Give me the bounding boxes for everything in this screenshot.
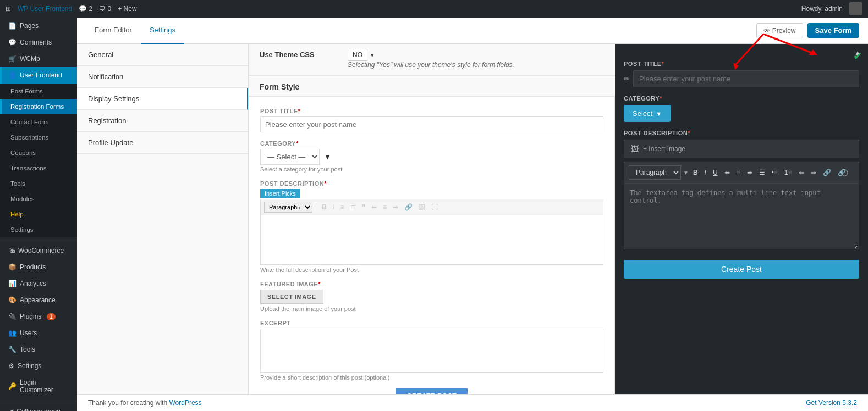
rp-align-right-btn[interactable]: ➡ [745, 168, 755, 177]
rp-description-toolbar: Paragraph ▼ B I U ⬅ ≡ ➡ ☰ •≡ 1≡ ⇐ ⇒ 🔗 🔗⃝ [624, 162, 859, 184]
post-title-input[interactable] [260, 116, 603, 132]
ol-btn-preview[interactable]: ≣ [348, 202, 358, 212]
sidebar-item-help[interactable]: Help [0, 207, 77, 222]
rp-italic-btn[interactable]: I [702, 168, 708, 177]
category-label: CATEGORY* [260, 140, 603, 147]
rp-post-title-input[interactable] [633, 70, 859, 87]
bold-btn-preview[interactable]: B [320, 202, 329, 212]
paragraph-select-preview[interactable]: Paragraph5 [264, 202, 312, 213]
no-select[interactable]: NO [348, 49, 367, 61]
insert-picks-label: Insert Picks [260, 189, 300, 198]
sidebar-item-analytics[interactable]: 📊 Analytics [0, 275, 77, 292]
rp-paragraph-select[interactable]: Paragraph [629, 165, 681, 180]
tab-form-editor[interactable]: Form Editor [86, 18, 141, 44]
rp-bold-btn[interactable]: B [691, 168, 700, 177]
wcmp-icon: 🛒 [8, 55, 17, 63]
category-chevron-icon: ▼ [324, 153, 331, 161]
sidebar-item-wcmp[interactable]: 🛒 WCMp [0, 51, 77, 67]
settings-menu-general[interactable]: General [77, 44, 248, 66]
use-theme-css-hint: Selecting "Yes" will use your theme's st… [348, 61, 514, 69]
form-style-label: Form Style [249, 76, 615, 96]
appearance-icon: 🎨 [8, 296, 17, 304]
settings-menu-registration[interactable]: Registration [77, 110, 248, 132]
sidebar-item-collapse[interactable]: ◀ Collapse menu [0, 403, 77, 411]
sidebar-item-contact-form[interactable]: Contact Form [0, 114, 77, 130]
fullscreen-btn-preview[interactable]: ⛶ [429, 202, 440, 212]
sidebar-item-products[interactable]: 📦 Products [0, 259, 77, 275]
settings-menu-display-settings[interactable]: Display Settings [77, 88, 248, 110]
sidebar-item-registration-forms[interactable]: Registration Forms [0, 99, 77, 114]
comments-icon[interactable]: 💬 2 [79, 5, 92, 13]
wordpress-link[interactable]: WordPress [169, 399, 201, 407]
rp-ol-btn[interactable]: 1≡ [782, 168, 794, 177]
rp-link-btn[interactable]: 🔗 [821, 168, 833, 177]
sidebar-item-post-forms[interactable]: Post Forms [0, 84, 77, 99]
blockquote-btn-preview[interactable]: ❞ [360, 202, 367, 212]
sidebar-item-users[interactable]: 👥 Users [0, 325, 77, 341]
sidebar-label-wcmp: WCMp [20, 55, 40, 63]
rp-indent-btn[interactable]: ⇒ [809, 168, 818, 177]
rp-chevron-down-icon: ▼ [683, 170, 689, 176]
rp-insert-image-label: + Insert Image [643, 145, 685, 153]
italic-btn-preview[interactable]: I [331, 202, 337, 212]
settings-menu-profile-update[interactable]: Profile Update [77, 132, 248, 154]
rp-align-justify-btn[interactable]: ☰ [757, 168, 767, 177]
align-center-btn-preview[interactable]: ≡ [381, 202, 389, 212]
users-icon: 👥 [8, 329, 17, 337]
rp-edit-icon[interactable]: ✏ [624, 75, 630, 83]
settings-icon: ⚙ [8, 362, 14, 370]
sidebar-label-comments: Comments [20, 38, 52, 46]
rp-align-center-btn[interactable]: ≡ [734, 168, 743, 177]
sidebar-item-subscriptions[interactable]: Subscriptions [0, 130, 77, 145]
rp-outdent-btn[interactable]: ⇐ [796, 168, 806, 177]
sidebar-label-appearance: Appearance [20, 296, 56, 304]
sidebar-item-appearance[interactable]: 🎨 Appearance [0, 292, 77, 308]
rp-align-left-btn[interactable]: ⬅ [722, 168, 732, 177]
create-post-button-preview[interactable]: CREATE POST [396, 388, 468, 394]
save-form-button[interactable]: Save Form [807, 23, 859, 38]
user-frontend-icon: 👤 [8, 71, 17, 79]
excerpt-area[interactable] [260, 329, 603, 373]
sidebar-item-comments[interactable]: 💬 Comments [0, 34, 77, 51]
align-left-btn-preview[interactable]: ⬅ [369, 202, 379, 212]
rp-ul-btn[interactable]: •≡ [770, 168, 780, 177]
rp-unlink-btn[interactable]: 🔗⃝ [836, 168, 848, 177]
image-btn-preview[interactable]: 🖼 [416, 202, 427, 212]
settings-menu-notification[interactable]: Notification [77, 66, 248, 88]
tab-settings[interactable]: Settings [141, 18, 184, 44]
list-btn-preview[interactable]: ≡ [338, 202, 347, 212]
rp-underline-btn[interactable]: U [711, 168, 720, 177]
sidebar-item-plugins[interactable]: 🔌 Plugins 1 [0, 308, 77, 325]
rp-description-textarea[interactable]: The textarea tag defines a multi-line te… [624, 184, 859, 249]
link-btn-preview[interactable]: 🔗 [402, 202, 415, 212]
post-title-label: POST TITLE* [260, 108, 603, 114]
sidebar-item-modules[interactable]: Modules [0, 191, 77, 207]
sidebar-item-woocommerce[interactable]: 🛍 WooCommerce [0, 242, 77, 259]
products-icon: 📦 [8, 263, 17, 271]
sidebar-item-tools-sub[interactable]: Tools [0, 176, 77, 191]
sidebar-item-pages[interactable]: 📄 Pages [0, 18, 77, 34]
category-select[interactable]: — Select — [260, 149, 320, 165]
new-button[interactable]: + New [118, 5, 136, 13]
sidebar-item-settings-main[interactable]: ⚙ Settings [0, 358, 77, 374]
rp-insert-image-button[interactable]: 🖼 + Insert Image [624, 140, 859, 158]
sidebar-label-modules: Modules [10, 196, 34, 202]
get-version-link[interactable]: Get Version 5.3.2 [806, 399, 857, 407]
messages-icon[interactable]: 🗨 0 [99, 5, 111, 13]
align-right-btn-preview[interactable]: ➡ [391, 202, 400, 212]
sidebar-item-settings-sub[interactable]: Settings [0, 222, 77, 237]
sidebar-item-login-customizer[interactable]: 🔑 Login Customizer [0, 374, 77, 398]
site-name[interactable]: WP User Frontend [18, 5, 72, 13]
sidebar-item-tools-main[interactable]: 🔧 Tools [0, 341, 77, 358]
woocommerce-icon: 🛍 [8, 247, 15, 254]
sidebar-item-user-frontend[interactable]: 👤 User Frontend [0, 67, 77, 84]
sidebar-item-coupons[interactable]: Coupons [0, 145, 77, 160]
form-preview-box: POST TITLE* CATEGORY* — Select — [249, 96, 615, 394]
description-textarea-preview[interactable] [260, 215, 603, 265]
rp-create-post-button[interactable]: Create Post [624, 260, 859, 279]
sidebar-item-transactions[interactable]: Transactions [0, 160, 77, 176]
select-image-button[interactable]: SELECT IMAGE [260, 290, 323, 304]
rp-category-label: CATEGORY* [624, 95, 859, 102]
rp-category-select[interactable]: Select ▼ [624, 105, 671, 122]
preview-button[interactable]: 👁 Preview [756, 23, 803, 38]
